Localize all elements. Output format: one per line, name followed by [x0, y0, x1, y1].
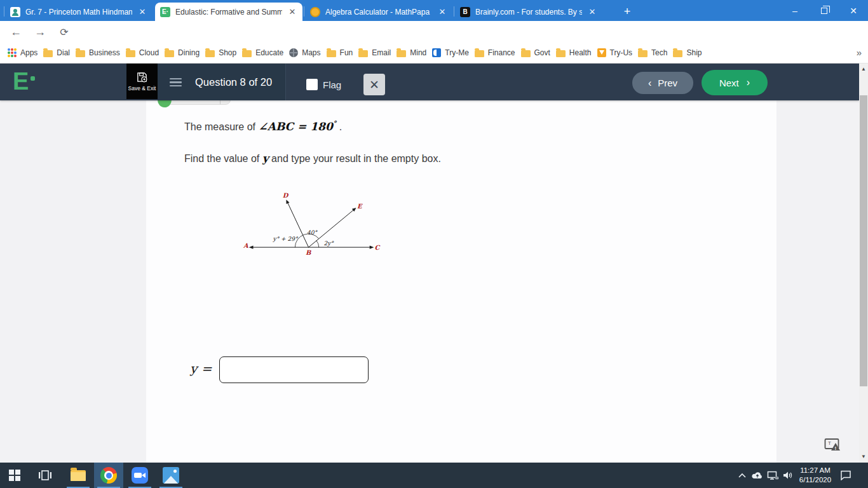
forward-icon[interactable]: → — [32, 24, 48, 40]
bookmark-label: Finance — [488, 48, 515, 57]
angle-label-ebc: 2y° — [323, 240, 334, 247]
bookmark-dining[interactable]: Dining — [165, 48, 200, 57]
photos-taskbar-button[interactable] — [156, 463, 186, 488]
new-tab-button[interactable]: + — [619, 3, 635, 20]
tab-close-icon[interactable]: ✕ — [287, 7, 297, 17]
question-menu-icon[interactable] — [170, 78, 182, 86]
edulastic-favicon-icon: E· — [160, 7, 170, 17]
scroll-down-icon[interactable]: ▼ — [859, 452, 868, 461]
restore-button[interactable] — [810, 0, 839, 21]
folder-icon — [43, 50, 53, 57]
start-button[interactable] — [0, 463, 29, 488]
bookmark-email[interactable]: Email — [358, 48, 391, 57]
bookmark-label: Govt — [534, 48, 550, 57]
file-explorer-button[interactable] — [64, 463, 93, 488]
chrome-icon — [100, 467, 117, 484]
network-icon[interactable] — [765, 463, 780, 488]
tab-title: Edulastic: Formative and Summa — [175, 8, 282, 17]
zoom-taskbar-button[interactable] — [125, 463, 154, 488]
tab-close-icon[interactable]: ✕ — [137, 7, 147, 17]
try-me-icon — [432, 48, 441, 57]
angle-label-dba: y° + 29° — [273, 236, 299, 242]
bookmark-label: Fun — [340, 48, 353, 57]
instruction-math: y — [262, 152, 269, 165]
bookmark-govt[interactable]: Govt — [521, 48, 550, 57]
mathpapa-favicon-icon — [310, 7, 320, 17]
bookmark-label: Maps — [302, 48, 320, 57]
angle-label-dbe: 40° — [307, 229, 318, 236]
statement-prefix: The measure of — [184, 121, 259, 132]
close-question-button[interactable]: ✕ — [363, 74, 385, 95]
bookmarks-overflow-icon[interactable]: » — [857, 47, 862, 58]
bookmark-dial[interactable]: Dial — [43, 48, 70, 57]
onedrive-cloud-icon[interactable] — [750, 463, 765, 488]
brainly-favicon-icon: B — [460, 7, 470, 17]
tab-edulastic[interactable]: E· Edulastic: Formative and Summa ✕ — [155, 3, 302, 21]
vertex-label-e: E — [357, 203, 363, 210]
bookmark-health[interactable]: Health — [556, 48, 592, 57]
refresh-icon[interactable]: ⟳ — [56, 24, 72, 40]
vertex-label-d: D — [283, 192, 289, 199]
bookmark-try-me[interactable]: Try-Me — [432, 48, 469, 57]
bookmark-finance[interactable]: Finance — [475, 48, 515, 57]
back-icon[interactable]: ← — [8, 24, 24, 40]
save-exit-button[interactable]: Save & Exit — [126, 64, 158, 99]
minimize-button[interactable]: – — [780, 0, 810, 21]
folder-icon — [76, 50, 85, 57]
action-center[interactable] — [840, 463, 851, 488]
bookmark-label: Try-Us — [610, 48, 633, 57]
scrollbar-thumb[interactable] — [860, 95, 867, 386]
bookmark-shop[interactable]: Shop — [205, 48, 236, 57]
bookmark-label: Dining — [178, 48, 200, 57]
volume-icon[interactable] — [780, 463, 796, 488]
bookmark-tech[interactable]: Tech — [638, 48, 667, 57]
bookmark-label: Email — [372, 48, 391, 57]
question-instruction: Find the value of y and type your result… — [184, 152, 441, 165]
folder-icon — [205, 50, 215, 57]
bookmark-label: Mind — [410, 48, 426, 57]
svg-text:!: ! — [835, 445, 837, 451]
tab-mathpapa[interactable]: Algebra Calculator - MathPapa ✕ — [305, 3, 452, 21]
assessment-content: The measure of ∠ABC = 180° . Find the va… — [0, 100, 859, 463]
answer-input[interactable] — [219, 356, 369, 383]
bookmark-label: Tech — [651, 48, 667, 57]
tab-classroom[interactable]: Gr. 7 - Princeton Math Hindman ✕ — [5, 3, 153, 21]
taskbar-clock[interactable]: 11:27 AM 6/11/2020 — [796, 466, 835, 485]
close-window-button[interactable]: ✕ — [839, 0, 868, 21]
bookmark-maps[interactable]: Maps — [289, 48, 320, 57]
save-exit-label: Save & Exit — [128, 85, 156, 92]
bookmark-business[interactable]: Business — [76, 48, 120, 57]
bookmark-try-us[interactable]: Try-Us — [597, 48, 633, 57]
chrome-taskbar-button[interactable] — [94, 463, 123, 488]
clock-date: 6/11/2020 — [796, 475, 835, 485]
vertex-label-b: B — [306, 249, 311, 256]
folder-icon — [165, 50, 174, 57]
flag-checkbox[interactable] — [306, 79, 318, 90]
bookmark-apps[interactable]: Apps — [8, 48, 37, 57]
tab-close-icon[interactable]: ✕ — [437, 7, 447, 17]
statement-math: ∠ABC = 180° — [259, 120, 337, 133]
browser-toolbar: ← → ⟳ app.edulastic.com/#takeAssignment/… — [0, 21, 868, 43]
bookmark-fun[interactable]: Fun — [327, 48, 353, 57]
bookmark-ship[interactable]: Ship — [673, 48, 702, 57]
tab-brainly[interactable]: B Brainly.com - For students. By stu ✕ — [455, 3, 602, 21]
bookmark-cloud[interactable]: Cloud — [126, 48, 159, 57]
tab-close-icon[interactable]: ✕ — [587, 7, 597, 17]
task-view-button[interactable] — [31, 463, 60, 488]
bookmark-mind[interactable]: Mind — [397, 48, 426, 57]
page-scrollbar[interactable]: ▲ ▼ — [859, 64, 868, 463]
edulastic-logo: E — [13, 69, 35, 94]
flag-label: Flag — [323, 79, 341, 90]
next-button[interactable]: Next › — [702, 70, 768, 95]
text-to-speech-warning-icon[interactable]: T ! — [824, 438, 842, 452]
window-controls: – ✕ — [780, 0, 868, 21]
classroom-favicon-person-icon — [10, 7, 20, 17]
answer-variable-label: y = — [190, 361, 212, 376]
arrowhead-a — [249, 245, 254, 248]
scroll-up-icon[interactable]: ▲ — [859, 65, 868, 74]
prev-button[interactable]: ‹ Prev — [632, 72, 693, 94]
tray-expand-chevron-icon[interactable] — [735, 463, 750, 488]
desktop-screen: Gr. 7 - Princeton Math Hindman ✕ E· Edul… — [0, 0, 868, 488]
bookmark-educate[interactable]: Educate — [242, 48, 283, 57]
restore-icon — [821, 8, 827, 14]
